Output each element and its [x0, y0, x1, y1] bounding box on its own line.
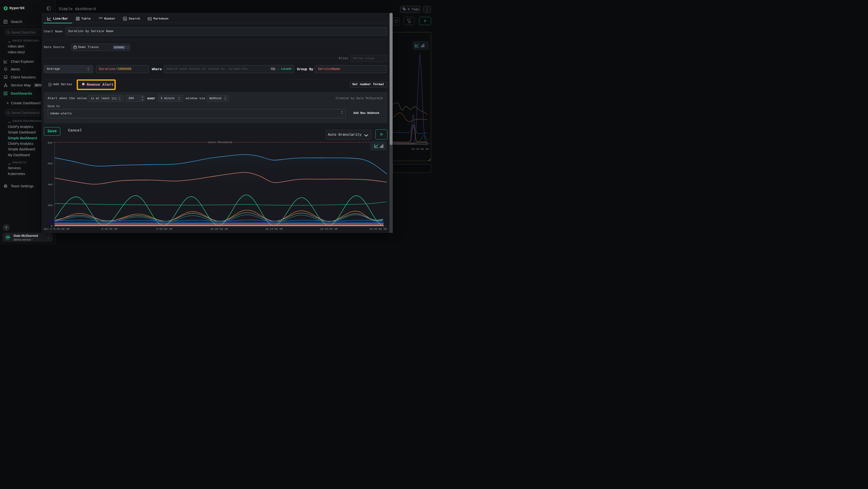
- svg-text:400: 400: [48, 183, 52, 186]
- svg-text:9:55:00 AM: 9:55:00 AM: [156, 228, 172, 230]
- svg-text:Nov 6 9:35:00 AM: Nov 6 9:35:00 AM: [44, 228, 69, 230]
- svg-text:10:25:00 AM: 10:25:00 AM: [320, 228, 337, 230]
- svg-text:9:45:00 AM: 9:45:00 AM: [101, 228, 117, 230]
- svg-text:0: 0: [51, 225, 52, 228]
- svg-text:600: 600: [48, 162, 52, 165]
- svg-text:Alert Threshold: Alert Threshold: [208, 141, 232, 144]
- svg-text:800: 800: [48, 141, 52, 144]
- svg-text:10:35:00 AM: 10:35:00 AM: [369, 228, 386, 230]
- svg-text:10:05:00 AM: 10:05:00 AM: [210, 228, 228, 230]
- svg-text:200: 200: [48, 204, 52, 207]
- svg-text:10:15:00 AM: 10:15:00 AM: [265, 228, 283, 230]
